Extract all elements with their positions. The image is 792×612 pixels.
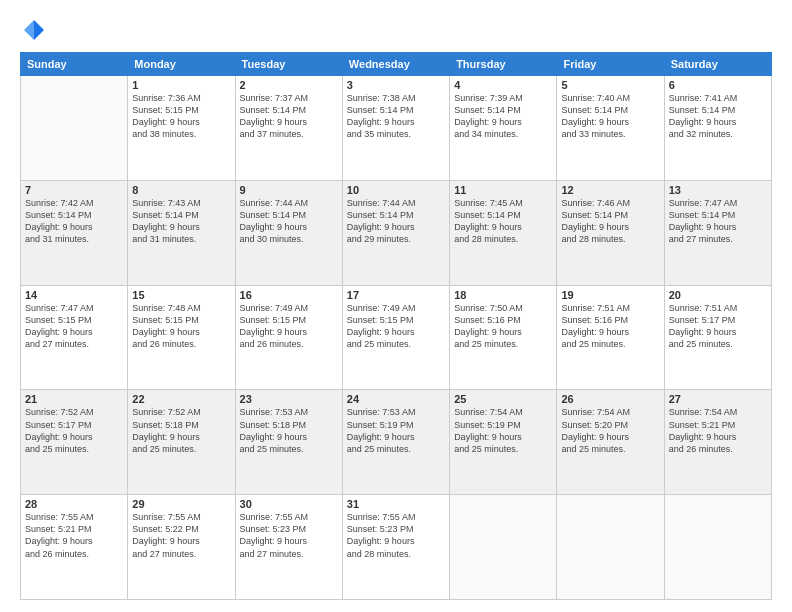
calendar-cell: 24Sunrise: 7:53 AM Sunset: 5:19 PM Dayli… <box>342 390 449 495</box>
day-info: Sunrise: 7:37 AM Sunset: 5:14 PM Dayligh… <box>240 92 338 141</box>
day-number: 28 <box>25 498 123 510</box>
calendar-row-0: 1Sunrise: 7:36 AM Sunset: 5:15 PM Daylig… <box>21 76 772 181</box>
day-info: Sunrise: 7:45 AM Sunset: 5:14 PM Dayligh… <box>454 197 552 246</box>
day-number: 14 <box>25 289 123 301</box>
day-info: Sunrise: 7:55 AM Sunset: 5:23 PM Dayligh… <box>347 511 445 560</box>
weekday-header-tuesday: Tuesday <box>235 53 342 76</box>
day-number: 29 <box>132 498 230 510</box>
weekday-header-saturday: Saturday <box>664 53 771 76</box>
day-number: 11 <box>454 184 552 196</box>
weekday-header-thursday: Thursday <box>450 53 557 76</box>
page: SundayMondayTuesdayWednesdayThursdayFrid… <box>0 0 792 612</box>
calendar-cell: 14Sunrise: 7:47 AM Sunset: 5:15 PM Dayli… <box>21 285 128 390</box>
day-number: 8 <box>132 184 230 196</box>
day-info: Sunrise: 7:54 AM Sunset: 5:21 PM Dayligh… <box>669 406 767 455</box>
day-info: Sunrise: 7:52 AM Sunset: 5:17 PM Dayligh… <box>25 406 123 455</box>
calendar-cell: 27Sunrise: 7:54 AM Sunset: 5:21 PM Dayli… <box>664 390 771 495</box>
calendar-cell: 29Sunrise: 7:55 AM Sunset: 5:22 PM Dayli… <box>128 495 235 600</box>
day-number: 9 <box>240 184 338 196</box>
day-number: 30 <box>240 498 338 510</box>
day-info: Sunrise: 7:38 AM Sunset: 5:14 PM Dayligh… <box>347 92 445 141</box>
calendar-cell: 11Sunrise: 7:45 AM Sunset: 5:14 PM Dayli… <box>450 180 557 285</box>
day-info: Sunrise: 7:50 AM Sunset: 5:16 PM Dayligh… <box>454 302 552 351</box>
calendar-row-1: 7Sunrise: 7:42 AM Sunset: 5:14 PM Daylig… <box>21 180 772 285</box>
day-number: 25 <box>454 393 552 405</box>
calendar-cell <box>664 495 771 600</box>
day-number: 18 <box>454 289 552 301</box>
day-info: Sunrise: 7:39 AM Sunset: 5:14 PM Dayligh… <box>454 92 552 141</box>
header <box>20 18 772 42</box>
day-info: Sunrise: 7:46 AM Sunset: 5:14 PM Dayligh… <box>561 197 659 246</box>
day-info: Sunrise: 7:53 AM Sunset: 5:18 PM Dayligh… <box>240 406 338 455</box>
day-number: 26 <box>561 393 659 405</box>
day-info: Sunrise: 7:43 AM Sunset: 5:14 PM Dayligh… <box>132 197 230 246</box>
day-number: 15 <box>132 289 230 301</box>
calendar-cell: 18Sunrise: 7:50 AM Sunset: 5:16 PM Dayli… <box>450 285 557 390</box>
svg-marker-0 <box>34 20 44 40</box>
day-info: Sunrise: 7:52 AM Sunset: 5:18 PM Dayligh… <box>132 406 230 455</box>
day-info: Sunrise: 7:51 AM Sunset: 5:17 PM Dayligh… <box>669 302 767 351</box>
day-info: Sunrise: 7:36 AM Sunset: 5:15 PM Dayligh… <box>132 92 230 141</box>
day-number: 19 <box>561 289 659 301</box>
day-number: 21 <box>25 393 123 405</box>
calendar-cell <box>557 495 664 600</box>
day-number: 16 <box>240 289 338 301</box>
calendar-cell: 7Sunrise: 7:42 AM Sunset: 5:14 PM Daylig… <box>21 180 128 285</box>
calendar-cell: 20Sunrise: 7:51 AM Sunset: 5:17 PM Dayli… <box>664 285 771 390</box>
day-info: Sunrise: 7:54 AM Sunset: 5:20 PM Dayligh… <box>561 406 659 455</box>
day-number: 27 <box>669 393 767 405</box>
calendar-cell: 5Sunrise: 7:40 AM Sunset: 5:14 PM Daylig… <box>557 76 664 181</box>
day-number: 22 <box>132 393 230 405</box>
weekday-header-friday: Friday <box>557 53 664 76</box>
day-info: Sunrise: 7:47 AM Sunset: 5:14 PM Dayligh… <box>669 197 767 246</box>
calendar-cell: 1Sunrise: 7:36 AM Sunset: 5:15 PM Daylig… <box>128 76 235 181</box>
day-number: 1 <box>132 79 230 91</box>
calendar-cell: 3Sunrise: 7:38 AM Sunset: 5:14 PM Daylig… <box>342 76 449 181</box>
calendar-cell <box>450 495 557 600</box>
calendar-cell: 22Sunrise: 7:52 AM Sunset: 5:18 PM Dayli… <box>128 390 235 495</box>
calendar-cell: 25Sunrise: 7:54 AM Sunset: 5:19 PM Dayli… <box>450 390 557 495</box>
day-number: 31 <box>347 498 445 510</box>
day-info: Sunrise: 7:55 AM Sunset: 5:21 PM Dayligh… <box>25 511 123 560</box>
calendar-cell: 9Sunrise: 7:44 AM Sunset: 5:14 PM Daylig… <box>235 180 342 285</box>
calendar-cell: 16Sunrise: 7:49 AM Sunset: 5:15 PM Dayli… <box>235 285 342 390</box>
day-info: Sunrise: 7:51 AM Sunset: 5:16 PM Dayligh… <box>561 302 659 351</box>
calendar-row-3: 21Sunrise: 7:52 AM Sunset: 5:17 PM Dayli… <box>21 390 772 495</box>
day-info: Sunrise: 7:53 AM Sunset: 5:19 PM Dayligh… <box>347 406 445 455</box>
day-info: Sunrise: 7:49 AM Sunset: 5:15 PM Dayligh… <box>240 302 338 351</box>
day-number: 5 <box>561 79 659 91</box>
day-info: Sunrise: 7:49 AM Sunset: 5:15 PM Dayligh… <box>347 302 445 351</box>
day-info: Sunrise: 7:47 AM Sunset: 5:15 PM Dayligh… <box>25 302 123 351</box>
day-number: 10 <box>347 184 445 196</box>
calendar-row-2: 14Sunrise: 7:47 AM Sunset: 5:15 PM Dayli… <box>21 285 772 390</box>
svg-marker-1 <box>24 20 34 40</box>
calendar-cell: 4Sunrise: 7:39 AM Sunset: 5:14 PM Daylig… <box>450 76 557 181</box>
day-info: Sunrise: 7:55 AM Sunset: 5:22 PM Dayligh… <box>132 511 230 560</box>
day-number: 7 <box>25 184 123 196</box>
logo-icon <box>22 18 46 42</box>
day-info: Sunrise: 7:40 AM Sunset: 5:14 PM Dayligh… <box>561 92 659 141</box>
day-info: Sunrise: 7:54 AM Sunset: 5:19 PM Dayligh… <box>454 406 552 455</box>
calendar-row-4: 28Sunrise: 7:55 AM Sunset: 5:21 PM Dayli… <box>21 495 772 600</box>
calendar-cell: 13Sunrise: 7:47 AM Sunset: 5:14 PM Dayli… <box>664 180 771 285</box>
calendar-cell: 19Sunrise: 7:51 AM Sunset: 5:16 PM Dayli… <box>557 285 664 390</box>
calendar-cell: 21Sunrise: 7:52 AM Sunset: 5:17 PM Dayli… <box>21 390 128 495</box>
day-number: 2 <box>240 79 338 91</box>
day-number: 4 <box>454 79 552 91</box>
day-number: 12 <box>561 184 659 196</box>
day-number: 24 <box>347 393 445 405</box>
day-number: 3 <box>347 79 445 91</box>
calendar-cell: 10Sunrise: 7:44 AM Sunset: 5:14 PM Dayli… <box>342 180 449 285</box>
weekday-header-row: SundayMondayTuesdayWednesdayThursdayFrid… <box>21 53 772 76</box>
calendar-cell: 30Sunrise: 7:55 AM Sunset: 5:23 PM Dayli… <box>235 495 342 600</box>
day-info: Sunrise: 7:48 AM Sunset: 5:15 PM Dayligh… <box>132 302 230 351</box>
calendar-cell: 15Sunrise: 7:48 AM Sunset: 5:15 PM Dayli… <box>128 285 235 390</box>
calendar-cell: 28Sunrise: 7:55 AM Sunset: 5:21 PM Dayli… <box>21 495 128 600</box>
calendar-cell: 17Sunrise: 7:49 AM Sunset: 5:15 PM Dayli… <box>342 285 449 390</box>
day-info: Sunrise: 7:42 AM Sunset: 5:14 PM Dayligh… <box>25 197 123 246</box>
day-number: 23 <box>240 393 338 405</box>
day-number: 20 <box>669 289 767 301</box>
day-number: 17 <box>347 289 445 301</box>
day-info: Sunrise: 7:55 AM Sunset: 5:23 PM Dayligh… <box>240 511 338 560</box>
calendar-cell: 6Sunrise: 7:41 AM Sunset: 5:14 PM Daylig… <box>664 76 771 181</box>
